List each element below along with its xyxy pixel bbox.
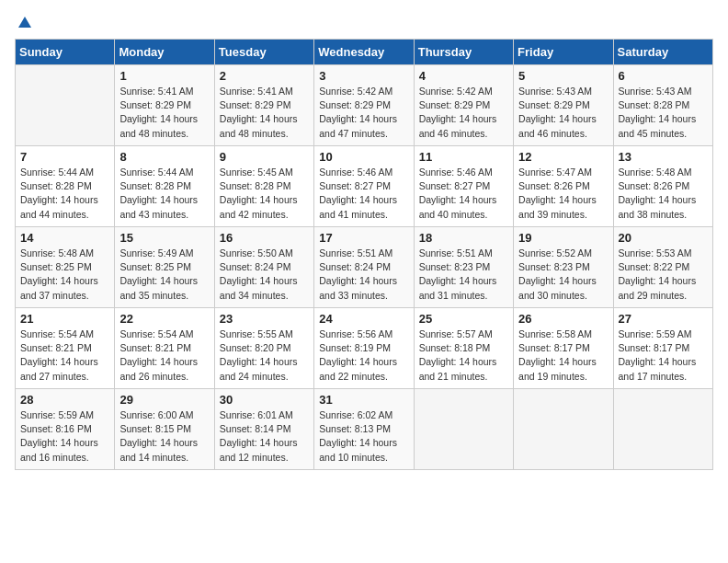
calendar-cell: 9Sunrise: 5:45 AM Sunset: 8:28 PM Daylig… [214, 146, 313, 227]
calendar-header-row: SundayMondayTuesdayWednesdayThursdayFrid… [16, 40, 713, 65]
calendar-header-saturday: Saturday [613, 40, 712, 65]
day-number: 7 [20, 150, 109, 164]
calendar-table: SundayMondayTuesdayWednesdayThursdayFrid… [15, 39, 713, 470]
calendar-week-row: 21Sunrise: 5:54 AM Sunset: 8:21 PM Dayli… [16, 308, 713, 389]
calendar-cell: 10Sunrise: 5:46 AM Sunset: 8:27 PM Dayli… [314, 146, 414, 227]
calendar-cell: 15Sunrise: 5:49 AM Sunset: 8:25 PM Dayli… [115, 227, 214, 308]
calendar-cell: 26Sunrise: 5:58 AM Sunset: 8:17 PM Dayli… [514, 308, 613, 389]
calendar-cell: 18Sunrise: 5:51 AM Sunset: 8:23 PM Dayli… [414, 227, 513, 308]
calendar-cell: 4Sunrise: 5:42 AM Sunset: 8:29 PM Daylig… [414, 65, 513, 146]
calendar-cell: 25Sunrise: 5:57 AM Sunset: 8:18 PM Dayli… [414, 308, 513, 389]
calendar-header-wednesday: Wednesday [314, 40, 414, 65]
calendar-header-thursday: Thursday [414, 40, 513, 65]
calendar-cell [414, 389, 513, 470]
calendar-week-row: 14Sunrise: 5:48 AM Sunset: 8:25 PM Dayli… [16, 227, 713, 308]
day-number: 15 [119, 231, 209, 245]
day-number: 26 [518, 312, 608, 326]
calendar-header-sunday: Sunday [16, 40, 115, 65]
day-number: 9 [220, 150, 309, 164]
day-number: 20 [619, 231, 708, 245]
day-number: 21 [20, 312, 109, 326]
calendar-cell: 14Sunrise: 5:48 AM Sunset: 8:25 PM Dayli… [16, 227, 115, 308]
day-number: 10 [319, 150, 408, 164]
day-number: 14 [20, 231, 109, 245]
day-number: 6 [619, 69, 708, 83]
logo [15, 15, 35, 31]
day-number: 2 [220, 69, 309, 83]
day-number: 13 [619, 150, 708, 164]
day-info: Sunrise: 5:52 AM Sunset: 8:23 PM Dayligh… [518, 247, 608, 303]
calendar-cell: 30Sunrise: 6:01 AM Sunset: 8:14 PM Dayli… [214, 389, 313, 470]
calendar-cell: 13Sunrise: 5:48 AM Sunset: 8:26 PM Dayli… [613, 146, 712, 227]
day-info: Sunrise: 5:59 AM Sunset: 8:16 PM Dayligh… [20, 408, 109, 465]
day-info: Sunrise: 5:53 AM Sunset: 8:22 PM Dayligh… [619, 247, 708, 303]
calendar-week-row: 1Sunrise: 5:41 AM Sunset: 8:29 PM Daylig… [16, 65, 713, 146]
day-number: 29 [119, 393, 209, 407]
day-number: 5 [518, 69, 608, 83]
calendar-cell: 7Sunrise: 5:44 AM Sunset: 8:28 PM Daylig… [16, 146, 115, 227]
day-info: Sunrise: 5:43 AM Sunset: 8:29 PM Dayligh… [518, 85, 608, 141]
day-info: Sunrise: 6:00 AM Sunset: 8:15 PM Dayligh… [119, 408, 209, 465]
day-info: Sunrise: 5:42 AM Sunset: 8:29 PM Dayligh… [319, 85, 408, 141]
day-number: 30 [220, 393, 309, 407]
day-info: Sunrise: 5:48 AM Sunset: 8:25 PM Dayligh… [20, 247, 109, 303]
day-info: Sunrise: 5:56 AM Sunset: 8:19 PM Dayligh… [319, 327, 408, 384]
svg-marker-0 [18, 17, 31, 28]
calendar-cell: 29Sunrise: 6:00 AM Sunset: 8:15 PM Dayli… [115, 389, 214, 470]
day-info: Sunrise: 5:41 AM Sunset: 8:29 PM Dayligh… [119, 85, 209, 141]
calendar-cell: 19Sunrise: 5:52 AM Sunset: 8:23 PM Dayli… [514, 227, 613, 308]
calendar-cell: 16Sunrise: 5:50 AM Sunset: 8:24 PM Dayli… [214, 227, 313, 308]
calendar-cell: 12Sunrise: 5:47 AM Sunset: 8:26 PM Dayli… [514, 146, 613, 227]
calendar-cell: 23Sunrise: 5:55 AM Sunset: 8:20 PM Dayli… [214, 308, 313, 389]
day-number: 8 [119, 150, 209, 164]
day-number: 11 [419, 150, 508, 164]
day-number: 31 [319, 393, 408, 407]
day-info: Sunrise: 6:02 AM Sunset: 8:13 PM Dayligh… [319, 408, 408, 465]
day-number: 3 [319, 69, 408, 83]
calendar-cell [613, 389, 712, 470]
day-number: 12 [518, 150, 608, 164]
day-number: 16 [220, 231, 309, 245]
calendar-cell: 22Sunrise: 5:54 AM Sunset: 8:21 PM Dayli… [115, 308, 214, 389]
calendar-cell: 11Sunrise: 5:46 AM Sunset: 8:27 PM Dayli… [414, 146, 513, 227]
calendar-cell: 8Sunrise: 5:44 AM Sunset: 8:28 PM Daylig… [115, 146, 214, 227]
calendar-cell: 31Sunrise: 6:02 AM Sunset: 8:13 PM Dayli… [314, 389, 414, 470]
logo-icon [17, 15, 33, 31]
day-number: 27 [619, 312, 708, 326]
day-info: Sunrise: 5:44 AM Sunset: 8:28 PM Dayligh… [119, 166, 209, 222]
calendar-cell: 28Sunrise: 5:59 AM Sunset: 8:16 PM Dayli… [16, 389, 115, 470]
calendar-cell [16, 65, 115, 146]
calendar-cell: 3Sunrise: 5:42 AM Sunset: 8:29 PM Daylig… [314, 65, 414, 146]
page-header [15, 15, 713, 31]
day-info: Sunrise: 5:45 AM Sunset: 8:28 PM Dayligh… [220, 166, 309, 222]
day-number: 22 [119, 312, 209, 326]
day-info: Sunrise: 5:59 AM Sunset: 8:17 PM Dayligh… [619, 327, 708, 384]
day-info: Sunrise: 5:47 AM Sunset: 8:26 PM Dayligh… [518, 166, 608, 222]
day-info: Sunrise: 5:48 AM Sunset: 8:26 PM Dayligh… [619, 166, 708, 222]
day-info: Sunrise: 5:42 AM Sunset: 8:29 PM Dayligh… [419, 85, 508, 141]
day-info: Sunrise: 6:01 AM Sunset: 8:14 PM Dayligh… [220, 408, 309, 465]
calendar-cell: 17Sunrise: 5:51 AM Sunset: 8:24 PM Dayli… [314, 227, 414, 308]
day-number: 23 [220, 312, 309, 326]
day-number: 18 [419, 231, 508, 245]
day-info: Sunrise: 5:44 AM Sunset: 8:28 PM Dayligh… [20, 166, 109, 222]
calendar-cell: 20Sunrise: 5:53 AM Sunset: 8:22 PM Dayli… [613, 227, 712, 308]
day-info: Sunrise: 5:54 AM Sunset: 8:21 PM Dayligh… [20, 327, 109, 384]
day-info: Sunrise: 5:46 AM Sunset: 8:27 PM Dayligh… [419, 166, 508, 222]
calendar-cell: 1Sunrise: 5:41 AM Sunset: 8:29 PM Daylig… [115, 65, 214, 146]
day-info: Sunrise: 5:51 AM Sunset: 8:24 PM Dayligh… [319, 247, 408, 303]
day-info: Sunrise: 5:54 AM Sunset: 8:21 PM Dayligh… [119, 327, 209, 384]
day-number: 19 [518, 231, 608, 245]
day-info: Sunrise: 5:41 AM Sunset: 8:29 PM Dayligh… [220, 85, 309, 141]
calendar-week-row: 28Sunrise: 5:59 AM Sunset: 8:16 PM Dayli… [16, 389, 713, 470]
day-info: Sunrise: 5:46 AM Sunset: 8:27 PM Dayligh… [319, 166, 408, 222]
calendar-cell: 27Sunrise: 5:59 AM Sunset: 8:17 PM Dayli… [613, 308, 712, 389]
day-info: Sunrise: 5:55 AM Sunset: 8:20 PM Dayligh… [220, 327, 309, 384]
day-number: 24 [319, 312, 408, 326]
day-info: Sunrise: 5:49 AM Sunset: 8:25 PM Dayligh… [119, 247, 209, 303]
day-number: 28 [20, 393, 109, 407]
calendar-cell [514, 389, 613, 470]
day-number: 25 [419, 312, 508, 326]
day-info: Sunrise: 5:43 AM Sunset: 8:28 PM Dayligh… [619, 85, 708, 141]
day-number: 17 [319, 231, 408, 245]
